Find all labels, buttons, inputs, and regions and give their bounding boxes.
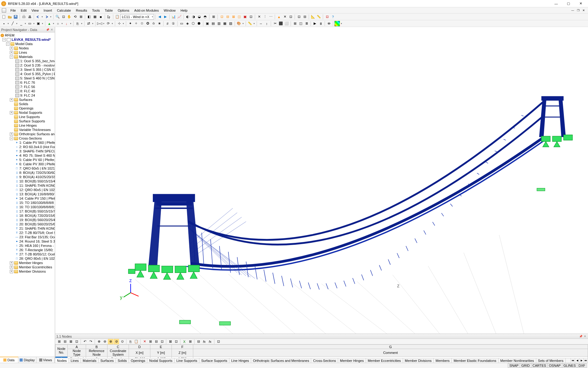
view-solid-button[interactable]: ■: [98, 14, 104, 20]
render-button[interactable]: [334, 21, 340, 26]
bottom-tab[interactable]: Line Supports: [175, 358, 199, 363]
bottom-tab[interactable]: Materials: [81, 358, 99, 363]
tree-cs-item[interactable]: □28: QRO 80x5 | EN 10210: [0, 256, 55, 261]
tab-nav-button[interactable]: ⏭: [584, 358, 588, 363]
tree-cs-item[interactable]: □12: QRO 80x5 | EN 10210: [0, 188, 55, 192]
snap2-button[interactable]: ⊟: [225, 14, 230, 20]
bt-4[interactable]: ⊡: [74, 339, 79, 344]
tree-cs-item[interactable]: ▯18: BOX(A) 720/20/15/6: [0, 213, 55, 218]
menu-insert[interactable]: Insert: [41, 8, 55, 13]
save-button[interactable]: [13, 14, 18, 20]
open-button[interactable]: [7, 14, 13, 20]
tree-material-item[interactable]: 8: FLC 40: [0, 89, 55, 93]
anim2-button[interactable]: ⏸: [318, 21, 323, 26]
bt-11[interactable]: ⊙: [119, 339, 125, 344]
bottom-tab[interactable]: Member Elastic Foundations: [452, 358, 498, 363]
view-iso-button[interactable]: ◧: [86, 14, 92, 20]
snap6-button[interactable]: ⊡: [248, 14, 254, 20]
anim-button[interactable]: ▶: [312, 21, 318, 26]
view-persp-button[interactable]: ▧: [228, 21, 233, 26]
mdi-restore-button[interactable]: ❐: [576, 8, 581, 13]
select-button[interactable]: [106, 14, 112, 20]
bt-first[interactable]: ⊞: [56, 339, 62, 344]
bottom-tab[interactable]: Cross-Sections: [311, 358, 338, 363]
coord3-button[interactable]: ⋯: [268, 14, 273, 20]
hinge-button[interactable]: ○: [55, 21, 61, 26]
divide-button[interactable]: ⊹: [116, 21, 122, 26]
bottom-tab[interactable]: Sets of Members: [536, 358, 566, 363]
menu-file[interactable]: File: [8, 8, 18, 13]
loadcase-combo[interactable]: LC11 - Wind in +X▾: [120, 14, 154, 20]
member-button[interactable]: ⎯: [18, 21, 24, 26]
bt-5[interactable]: ↶: [82, 339, 88, 344]
sel-button[interactable]: ▭: [179, 21, 184, 26]
bottom-tab[interactable]: Member Nonlinearities: [499, 358, 536, 363]
pin-icon[interactable]: 📌: [45, 28, 50, 31]
menu-table[interactable]: Table: [102, 8, 115, 13]
support-button[interactable]: ▲: [47, 21, 52, 26]
tree-cs-item[interactable]: ▯10: BOX(B) 550/15/15/4: [0, 179, 55, 183]
tree-cs-item[interactable]: T22: T-2B 80/75/8; Ocel S: [0, 231, 55, 235]
tree-cs-item[interactable]: □7: QRO 60x5 | EN 10210-: [0, 166, 55, 171]
tree-cs-item[interactable]: T27: T-2B 80/55/12; Ocel: [0, 252, 55, 256]
bt-16[interactable]: ⊡: [159, 339, 165, 344]
edit-surface-button[interactable]: ✪: [145, 21, 150, 26]
num-button[interactable]: #: [165, 21, 170, 26]
view-iso2-button[interactable]: ▦: [222, 21, 228, 26]
tree-cs-item[interactable]: ✶1: Cable PV 560 | Pfeifer,: [0, 140, 55, 145]
sel4-button[interactable]: ⬢: [196, 21, 202, 26]
pin-icon[interactable]: 📌: [579, 335, 583, 338]
bt-13[interactable]: 📋: [134, 339, 139, 344]
bottom-tab[interactable]: Nodes: [55, 358, 69, 363]
tree-cs-item[interactable]: ▯9: BOX(A) 410/25/20/33: [0, 175, 55, 179]
bottom-tab[interactable]: Surface Supports: [199, 358, 229, 363]
maximize-button[interactable]: ▢: [562, 0, 575, 7]
menu-window[interactable]: Window: [161, 8, 178, 13]
tree-cs-item[interactable]: ✶5: Cable PV 60 | Pfeifer,: [0, 158, 55, 162]
nav-tab-views[interactable]: Views: [36, 357, 55, 363]
minimize-button[interactable]: —: [550, 0, 562, 7]
bt-del[interactable]: ✕: [142, 339, 147, 344]
tree-cs-item[interactable]: ✶14: Cable PV 150 | Pfeife: [0, 196, 55, 201]
show3-button[interactable]: ◒: [197, 14, 202, 20]
calc-button[interactable]: 📊: [171, 14, 176, 20]
tree-cs-item[interactable]: I25: HEA 160 | Ferona - D: [0, 243, 55, 248]
tree-material-item[interactable]: 5: Steel S 460 N | CSN EN: [0, 76, 55, 80]
bottom-tab[interactable]: Members: [434, 358, 452, 363]
bottom-tab[interactable]: Orthotropic Surfaces and Membranes: [251, 358, 311, 363]
tool-f-button[interactable]: 📐: [310, 14, 316, 20]
help-button[interactable]: ?: [330, 14, 336, 20]
tool-h-button[interactable]: ⊡: [324, 14, 330, 20]
bt-18[interactable]: ⊡: [173, 339, 179, 344]
bt-3[interactable]: ⊠: [68, 339, 74, 344]
menu-options[interactable]: Options: [115, 8, 132, 13]
bt-21[interactable]: ⊡: [216, 339, 221, 344]
visibility-button[interactable]: 👁: [326, 21, 332, 26]
tree-material-item[interactable]: 1: Ocel S 355_bez_hmot: [0, 59, 55, 63]
status-snap[interactable]: SNAP: [508, 363, 520, 368]
undo-dropdown[interactable]: ▾: [41, 16, 43, 18]
dim2-button[interactable]: ↕: [264, 21, 270, 26]
tree-cs-item[interactable]: ●24: Round 16; Steel S 35: [0, 239, 55, 243]
new-button[interactable]: [1, 14, 7, 20]
bt-fx2[interactable]: fx: [207, 339, 213, 344]
view-x-button[interactable]: ▣: [205, 21, 210, 26]
show2-button[interactable]: ◑: [191, 14, 196, 20]
zoom-button[interactable]: 🔍: [55, 14, 60, 20]
bt-6[interactable]: ↷: [88, 339, 93, 344]
tree-cs-item[interactable]: ▯13: BOX(A) 116/8/8/80/: [0, 192, 55, 196]
tree-cs-item[interactable]: ▯15: TO 180/100/8/8/8/8: [0, 201, 55, 205]
tool-b-button[interactable]: ✕: [282, 14, 288, 20]
rotate-button[interactable]: ⟲: [72, 14, 78, 20]
print-preview-button[interactable]: 🖶: [27, 14, 32, 20]
status-cartes[interactable]: CARTES: [531, 363, 548, 368]
grid-button[interactable]: ⊞: [211, 14, 216, 20]
edit-solid-button[interactable]: ✫: [151, 21, 156, 26]
bottom-tab[interactable]: Nodal Supports: [147, 358, 175, 363]
view-y-button[interactable]: ▤: [210, 21, 216, 26]
bottom-tab[interactable]: Surfaces: [99, 358, 116, 363]
result-mesh-button[interactable]: ⊞: [292, 21, 298, 26]
view-wire-button[interactable]: ▦: [92, 14, 98, 20]
sel2-button[interactable]: ◈: [185, 21, 190, 26]
menu-calculate[interactable]: Calculate: [55, 8, 74, 13]
